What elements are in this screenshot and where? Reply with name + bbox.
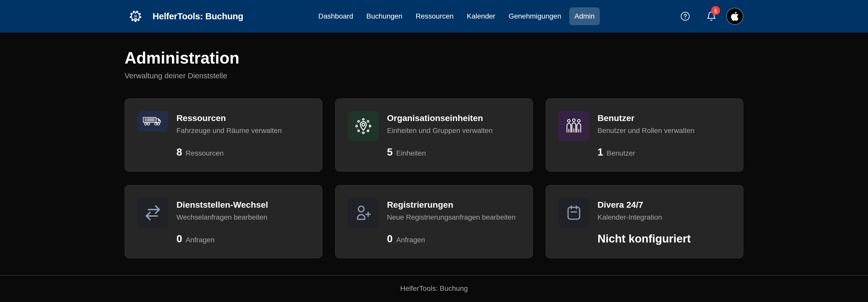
- user-plus-icon: [348, 198, 379, 228]
- card-count: 8: [177, 146, 182, 158]
- card-divera[interactable]: Divera 24/7Kalender-IntegrationNicht kon…: [546, 185, 743, 258]
- card-count-label: Ressourcen: [186, 149, 223, 157]
- notification-badge: 1: [711, 6, 720, 15]
- card-title: Benutzer: [597, 112, 694, 124]
- card-count: 5: [387, 146, 393, 158]
- footer-text: HelferTools: Buchung: [400, 284, 468, 293]
- notifications-bell-icon[interactable]: 1: [706, 11, 716, 21]
- svg-text:W: W: [134, 17, 137, 21]
- network-pin-icon: [348, 111, 379, 141]
- card-title: Registrierungen: [387, 199, 516, 210]
- card-title: Divera 24/7: [597, 199, 691, 210]
- card-count-label: Anfragen: [186, 236, 215, 244]
- nav-link-kalender[interactable]: Kalender: [462, 7, 500, 25]
- transfer-arrows-icon: [137, 198, 168, 228]
- nav-link-ressourcen[interactable]: Ressourcen: [411, 7, 459, 25]
- card-subtitle: Kalender-Integration: [597, 212, 691, 222]
- card-title: Ressourcen: [177, 112, 282, 124]
- user-avatar[interactable]: [726, 8, 743, 25]
- card-count: 1: [597, 146, 603, 158]
- card-organisationseinheiten[interactable]: OrganisationseinheitenEinheiten und Grup…: [335, 98, 533, 172]
- nav-link-dashboard[interactable]: Dashboard: [313, 7, 358, 25]
- nav-link-admin[interactable]: Admin: [569, 7, 599, 25]
- nav-links: DashboardBuchungenRessourcenKalenderGene…: [313, 7, 600, 25]
- card-count-label: Einheiten: [396, 149, 426, 157]
- card-title: Organisationseinheiten: [387, 112, 493, 124]
- users-icon: [558, 111, 589, 141]
- nav-link-genehmigungen[interactable]: Genehmigungen: [503, 7, 566, 25]
- calendar-icon: [558, 198, 589, 228]
- page-title: Administration: [125, 48, 743, 68]
- card-subtitle: Benutzer und Rollen verwalten: [597, 126, 694, 136]
- card-ressourcen[interactable]: RessourcenFahrzeuge und Räume verwalten8…: [125, 98, 322, 172]
- card-subtitle: Wechselanfragen bearbeiten: [177, 212, 268, 222]
- apple-icon: [730, 12, 739, 21]
- card-count-label: Anfragen: [396, 236, 425, 244]
- admin-cards-grid: RessourcenFahrzeuge und Räume verwalten8…: [125, 98, 743, 258]
- footer: HelferTools: Buchung: [0, 275, 868, 301]
- card-subtitle: Einheiten und Gruppen verwalten: [387, 126, 493, 136]
- card-status: Nicht konfiguriert: [597, 233, 691, 245]
- card-benutzer[interactable]: BenutzerBenutzer und Rollen verwalten1Be…: [546, 98, 743, 172]
- app-title: HelferTools: Buchung: [153, 11, 243, 21]
- card-title: Dienststellen-Wechsel: [177, 199, 268, 210]
- card-registrierungen[interactable]: RegistrierungenNeue Registrierungsanfrag…: [335, 185, 533, 258]
- truck-icon: [137, 111, 168, 131]
- thw-gear-logo-icon: T H W: [129, 10, 142, 23]
- page-subtitle: Verwaltung deiner Dienststelle: [125, 70, 743, 81]
- card-subtitle: Neue Registrierungsanfragen bearbeiten: [387, 212, 516, 222]
- card-subtitle: Fahrzeuge und Räume verwalten: [177, 126, 282, 136]
- card-count: 0: [177, 233, 182, 245]
- nav-link-buchungen[interactable]: Buchungen: [361, 7, 408, 25]
- navbar: T H W HelferTools: Buchung DashboardBuch…: [0, 0, 868, 33]
- card-dienststellen-wechsel[interactable]: Dienststellen-WechselWechselanfragen bea…: [125, 185, 322, 258]
- help-icon[interactable]: [680, 11, 690, 21]
- card-count-label: Benutzer: [607, 149, 635, 157]
- card-count: 0: [387, 233, 393, 245]
